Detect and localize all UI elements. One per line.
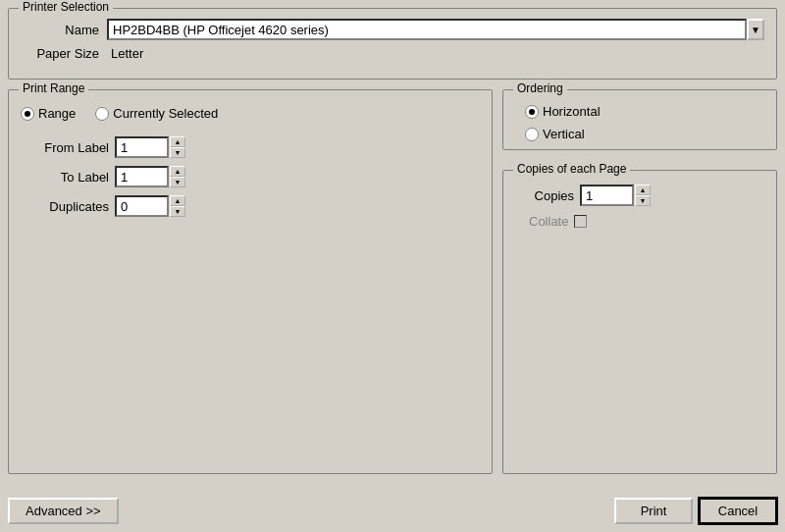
duplicates-spin-down[interactable]: ▼ — [170, 206, 185, 217]
copies-legend: Copies of each Page — [513, 162, 630, 176]
paper-size-value: Letter — [111, 46, 143, 61]
cancel-button[interactable]: Cancel — [699, 498, 777, 524]
advanced-button[interactable]: Advanced >> — [8, 498, 119, 524]
to-label: To Label — [21, 170, 109, 185]
copies-input[interactable] — [580, 185, 634, 206]
collate-row: Collate — [529, 214, 764, 229]
printer-selection-group: Printer Selection Name HP2BD4BB (HP Offi… — [8, 8, 777, 80]
paper-size-row: Paper Size Letter — [21, 46, 764, 61]
vertical-label: Vertical — [543, 127, 585, 141]
duplicates-label: Duplicates — [21, 199, 109, 214]
duplicates-spin-buttons: ▲ ▼ — [170, 195, 185, 217]
print-range-radios: Range Currently Selected — [21, 106, 480, 121]
collate-label: Collate — [529, 214, 568, 229]
radio-horizontal-circle[interactable] — [525, 105, 539, 119]
from-spin-down[interactable]: ▼ — [170, 147, 185, 158]
name-label: Name — [21, 23, 99, 37]
radio-current-label: Currently Selected — [113, 106, 218, 121]
copies-label: Copies — [515, 188, 574, 203]
from-spin-up[interactable]: ▲ — [170, 136, 185, 147]
right-sections: Ordering Horizontal Vertical Copies of e… — [502, 89, 777, 484]
copies-spin-down[interactable]: ▼ — [635, 195, 651, 206]
middle-section: Print Range Range Currently Selected Fro… — [8, 89, 777, 484]
ordering-legend: Ordering — [513, 81, 567, 95]
radio-currently-selected[interactable]: Currently Selected — [95, 106, 218, 121]
from-label-row: From Label ▲ ▼ — [21, 136, 480, 158]
radio-current-circle[interactable] — [95, 107, 109, 121]
copies-spin-buttons: ▲ ▼ — [635, 185, 651, 206]
copies-group: Copies of each Page Copies ▲ ▼ Collate — [502, 170, 777, 474]
radio-range-circle[interactable] — [21, 107, 34, 121]
ordering-group: Ordering Horizontal Vertical — [502, 89, 777, 150]
bottom-bar: Advanced >> Print Cancel — [8, 494, 777, 524]
to-spin-up[interactable]: ▲ — [170, 166, 185, 177]
printer-name-row: Name HP2BD4BB (HP Officejet 4620 series)… — [21, 19, 764, 40]
radio-range[interactable]: Range — [21, 106, 76, 121]
paper-size-label: Paper Size — [21, 46, 99, 61]
horizontal-label: Horizontal — [543, 104, 601, 119]
radio-range-label: Range — [38, 106, 76, 121]
copies-spin-up[interactable]: ▲ — [635, 185, 651, 195]
duplicates-input[interactable] — [115, 195, 169, 217]
copies-row: Copies ▲ ▼ — [515, 185, 764, 206]
radio-vertical-circle[interactable] — [525, 128, 539, 141]
duplicates-spinner[interactable]: ▲ ▼ — [115, 195, 185, 217]
from-spin-buttons: ▲ ▼ — [170, 136, 185, 158]
printer-name-select[interactable]: HP2BD4BB (HP Officejet 4620 series) ▼ — [107, 19, 764, 40]
from-spinner[interactable]: ▲ ▼ — [115, 136, 185, 158]
to-spinner[interactable]: ▲ ▼ — [115, 166, 185, 187]
print-button[interactable]: Print — [614, 498, 693, 524]
print-range-legend: Print Range — [19, 81, 88, 95]
ordering-radios: Horizontal Vertical — [525, 104, 764, 141]
duplicates-row: Duplicates ▲ ▼ — [21, 195, 480, 217]
action-buttons: Print Cancel — [614, 498, 777, 524]
printer-name-value[interactable]: HP2BD4BB (HP Officejet 4620 series) — [107, 19, 747, 40]
to-spin-down[interactable]: ▼ — [170, 177, 185, 187]
to-spin-buttons: ▲ ▼ — [170, 166, 185, 187]
radio-vertical[interactable]: Vertical — [525, 127, 764, 141]
collate-checkbox[interactable] — [574, 215, 587, 228]
to-label-row: To Label ▲ ▼ — [21, 166, 480, 187]
from-label: From Label — [21, 140, 109, 155]
printer-dropdown-arrow[interactable]: ▼ — [747, 19, 764, 40]
copies-spinner[interactable]: ▲ ▼ — [580, 185, 651, 206]
from-input[interactable] — [115, 136, 169, 158]
printer-selection-legend: Printer Selection — [19, 0, 113, 14]
to-input[interactable] — [115, 166, 169, 187]
print-range-group: Print Range Range Currently Selected Fro… — [8, 89, 493, 474]
radio-horizontal[interactable]: Horizontal — [525, 104, 764, 119]
duplicates-spin-up[interactable]: ▲ — [170, 195, 185, 206]
